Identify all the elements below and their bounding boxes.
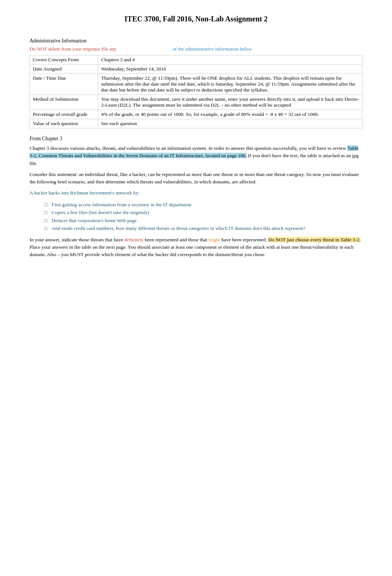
warning-red-text: Do NOT delete from your response file an…: [30, 46, 117, 52]
table-label: Covers Concepts From: [30, 55, 98, 65]
table-row: Date / Time DueThursday, September 22, @…: [30, 74, 362, 95]
table-value: Chapters 3 and 4: [98, 55, 362, 65]
list-item: Defaces that corporation's home Web page: [44, 217, 362, 225]
answer-paragraph: In your answer, indicate those threats t…: [30, 236, 362, 259]
table-row: Method of SubmissionYou may download thi…: [30, 95, 362, 110]
warning-blue-text: of the administrative information below: [172, 46, 252, 52]
list-item: And steals credit card numbers, how many…: [44, 224, 362, 232]
table-label: Date Assigned: [30, 65, 98, 74]
donot-highlight: Do NOT just choose every threat in Table…: [268, 237, 361, 242]
table-label: Percentage of overall grade: [30, 110, 98, 119]
answer-middle: been represented and those that: [144, 237, 209, 242]
table-row: Value of each questionSee each question: [30, 119, 362, 128]
consider-text: Consider this statement: an individual t…: [30, 171, 362, 186]
table-row: Date AssignedWednesday, September 14, 20…: [30, 65, 362, 74]
chapter3-section: From Chapter 3 Chapter 3 discusses vario…: [30, 136, 362, 259]
bullet-list: First gaining access information from a …: [30, 201, 362, 232]
might-text: might: [209, 237, 220, 242]
table-value: Thursday, September 22, @ 11:59pm). Ther…: [98, 74, 362, 95]
list-item: First gaining access information from a …: [44, 201, 362, 209]
page-title: ITEC 3700, Fall 2016, Non-Lab Assignment…: [30, 15, 362, 23]
warning-spacer: [117, 46, 173, 52]
table-row: Percentage of overall grade4% of the gra…: [30, 110, 362, 119]
table-value: See each question: [98, 119, 362, 128]
table-row: Covers Concepts FromChapters 3 and 4: [30, 55, 362, 65]
chapter3-intro: Chapter 3 discusses various attacks, thr…: [30, 145, 362, 167]
scenario-heading: A hacker hacks into Richman Investment's…: [30, 189, 362, 197]
table-label: Value of each question: [30, 119, 98, 128]
table-label: Date / Time Due: [30, 74, 98, 95]
answer-end: Place your answers in the table on the n…: [30, 244, 354, 257]
answer-before: In your answer, indicate those threats t…: [30, 237, 124, 242]
warning-line: Do NOT delete from your response file an…: [30, 46, 362, 52]
table-label: Method of Submission: [30, 95, 98, 110]
list-item: Copies a few files (but doesn't take the…: [44, 208, 362, 217]
info-table: Covers Concepts FromChapters 3 and 4Date…: [30, 55, 362, 128]
answer-end-before-highlight: have been represented.: [220, 237, 268, 242]
admin-section-label: Administrative Information: [30, 38, 362, 44]
admin-section: Administrative Information Do NOT delete…: [30, 38, 362, 128]
chapter3-heading: From Chapter 3: [30, 136, 362, 142]
intro-text: Chapter 3 discusses various attacks, thr…: [30, 145, 347, 151]
table-value: You may download this document, save it …: [98, 95, 362, 110]
definitely-text: definitely: [124, 237, 144, 242]
table-value: 4% of the grade, or 40 points out of 100…: [98, 110, 362, 119]
table-value: Wednesday, September 14, 2016: [98, 65, 362, 74]
